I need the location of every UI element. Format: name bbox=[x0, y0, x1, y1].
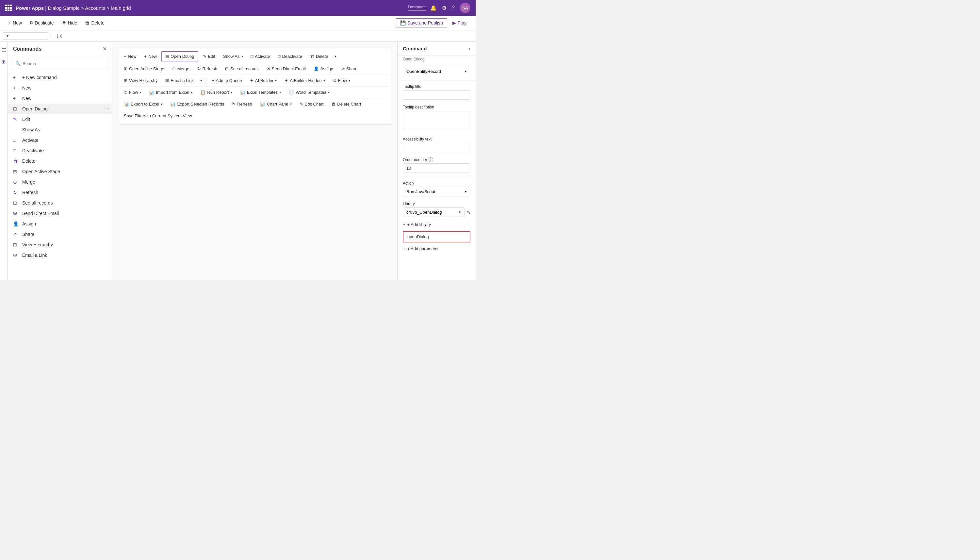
grid-edit-btn[interactable]: ✎ Edit bbox=[200, 52, 218, 61]
action-label: Action bbox=[403, 181, 471, 186]
row1-more-btn[interactable]: ▾ bbox=[333, 52, 338, 60]
info-icon[interactable]: i bbox=[429, 157, 433, 162]
grid-export-selected-btn[interactable]: 📊 Export Selected Records bbox=[167, 100, 227, 108]
grid-assign-btn[interactable]: 👤 Assign bbox=[310, 64, 336, 73]
open-entity-record-dropdown[interactable]: OpenEntityRecord ▾ bbox=[403, 67, 471, 76]
cmd-merge[interactable]: ⊕ Merge bbox=[8, 177, 112, 187]
grid-open-active-stage-btn[interactable]: ⊞ Open Active Stage bbox=[121, 64, 168, 73]
new-command-item[interactable]: + + New command bbox=[8, 72, 112, 83]
settings-icon[interactable]: ⚙ bbox=[442, 5, 446, 11]
cmd-new-2[interactable]: + New bbox=[8, 93, 112, 103]
nav-icons: 🔔 ⚙ ? SA bbox=[430, 3, 471, 13]
add-parameter-button[interactable]: + + Add parameter bbox=[398, 244, 476, 254]
order-number-section: Order number i bbox=[398, 155, 476, 175]
hide-icon: 👁 bbox=[62, 20, 66, 25]
delete-button[interactable]: 🗑 Delete bbox=[82, 18, 108, 27]
new-button[interactable]: + New bbox=[5, 18, 25, 27]
tooltip-desc-textarea[interactable] bbox=[403, 111, 471, 130]
search-input[interactable] bbox=[23, 61, 105, 66]
grid-email-link-btn[interactable]: ✉ Email a Link bbox=[162, 76, 197, 85]
grid-open-dialog-btn[interactable]: ⊞ Open Dialog bbox=[161, 51, 198, 62]
grid-view-hierarchy-btn[interactable]: ⊞ View Hierarchy bbox=[121, 76, 161, 85]
duplicate-button[interactable]: ⧉ Duplicate bbox=[27, 18, 57, 27]
left-sidebar: ☰ ⊞ bbox=[0, 42, 8, 280]
email-link-dropdown[interactable]: ▾ bbox=[198, 77, 204, 85]
avatar[interactable]: SA bbox=[460, 3, 471, 13]
cmd-share[interactable]: ↗ Share bbox=[8, 229, 112, 240]
formula-equals: ƒx bbox=[54, 33, 65, 39]
excel-templates-icon: 📊 bbox=[240, 90, 245, 95]
run-report-chevron-icon: ▾ bbox=[231, 90, 232, 94]
grid-edit-chart-btn[interactable]: ✎ Edit Chart bbox=[296, 100, 327, 108]
grid-merge-btn[interactable]: ⊕ Merge bbox=[169, 64, 193, 73]
merge-icon: ⊕ bbox=[172, 66, 176, 71]
grid-chart-pane-btn[interactable]: 📊 Chart Pane ▾ bbox=[257, 100, 295, 108]
function-name-box[interactable]: openDialog bbox=[403, 231, 471, 242]
cmd-new-1[interactable]: + New bbox=[8, 83, 112, 93]
grid-deactivate-btn[interactable]: □ Deactivate bbox=[275, 52, 305, 61]
grid-refresh-2-btn[interactable]: ↻ Refresh bbox=[229, 100, 255, 108]
formula-bar: ▼ ƒx bbox=[0, 30, 476, 42]
grid-new-btn-2[interactable]: + New bbox=[141, 52, 160, 61]
cmd-email-a-link[interactable]: ✉ Email a Link bbox=[8, 250, 112, 260]
grid-word-templates-btn[interactable]: 📄 Word Templates ▾ bbox=[286, 88, 333, 97]
add-library-button[interactable]: + + Add library bbox=[398, 220, 476, 230]
library-dropdown[interactable]: cr03b_OpenDialog ▾ bbox=[403, 207, 464, 217]
plus-icon-2: + bbox=[145, 54, 147, 59]
search-box: 🔍 bbox=[12, 59, 108, 68]
cmd-activate[interactable]: □ Activate bbox=[8, 135, 112, 145]
tooltip-title-input[interactable] bbox=[403, 90, 471, 100]
app-grid-icon[interactable] bbox=[5, 5, 12, 11]
word-chevron-icon: ▾ bbox=[328, 90, 329, 94]
grid-refresh-btn[interactable]: ↻ Refresh bbox=[194, 64, 221, 73]
queue-icon: + bbox=[212, 78, 214, 83]
grid-import-excel-btn[interactable]: 📊 Import from Excel ▾ bbox=[146, 88, 196, 97]
run-javascript-dropdown[interactable]: Run JavaScript ▾ bbox=[403, 187, 471, 197]
grid-delete-chart-btn[interactable]: 🗑 Delete Chart bbox=[328, 100, 364, 108]
help-icon[interactable]: ? bbox=[452, 5, 455, 11]
edit-chart-icon: ✎ bbox=[299, 102, 303, 107]
cmd-show-as[interactable]: Show As bbox=[8, 125, 112, 135]
formula-input[interactable] bbox=[67, 33, 473, 38]
accessibility-text-input[interactable] bbox=[403, 143, 471, 152]
order-number-input[interactable] bbox=[403, 163, 471, 173]
grid-activate-btn[interactable]: □ Activate bbox=[248, 52, 273, 61]
grid-excel-templates-btn[interactable]: 📊 Excel Templates ▾ bbox=[237, 88, 284, 97]
notification-icon[interactable]: 🔔 bbox=[430, 5, 437, 11]
edit-library-button[interactable]: ✎ bbox=[466, 210, 471, 215]
grid-run-report-btn[interactable]: 📋 Run Report ▾ bbox=[197, 88, 235, 97]
right-panel-title: Command bbox=[403, 46, 427, 51]
grid-save-filters-btn[interactable]: Save Filters to Current System View bbox=[121, 112, 195, 120]
close-commands-button[interactable]: ✕ bbox=[103, 46, 107, 52]
cmd-open-active-stage[interactable]: ⊞ Open Active Stage bbox=[8, 166, 112, 177]
grid-export-excel-btn[interactable]: 📊 Export to Excel ▾ bbox=[121, 100, 166, 108]
grid-see-all-records-btn[interactable]: ⊞ See all records bbox=[222, 64, 262, 73]
cmd-view-hierarchy[interactable]: ⊞ View Hierarchy bbox=[8, 240, 112, 250]
cmd-assign[interactable]: 👤 Assign bbox=[8, 218, 112, 229]
email-link-icon: ✉ bbox=[165, 78, 169, 83]
grid-flow-btn-1[interactable]: ↯ Flow ▾ bbox=[329, 76, 353, 85]
cmd-refresh[interactable]: ↻ Refresh bbox=[8, 187, 112, 198]
more-options-button[interactable]: ··· bbox=[105, 106, 110, 112]
formula-dropdown[interactable]: ▼ bbox=[3, 32, 48, 40]
grid-new-btn-1[interactable]: + New bbox=[121, 52, 140, 61]
hide-button[interactable]: 👁 Hide bbox=[58, 18, 81, 27]
cmd-edit[interactable]: ✎ Edit bbox=[8, 114, 112, 125]
cmd-delete[interactable]: 🗑 Delete bbox=[8, 156, 112, 166]
save-publish-button[interactable]: 💾 Save and Publish bbox=[396, 18, 447, 27]
cmd-see-all-records[interactable]: ⊞ See all records bbox=[8, 198, 112, 208]
grid-flow-btn-2[interactable]: ↯ Flow ▾ bbox=[121, 88, 145, 97]
grid-add-to-queue-btn[interactable]: + Add to Queue bbox=[208, 76, 245, 85]
cmd-open-dialog[interactable]: ⊞ Open Dialog ··· bbox=[8, 103, 112, 114]
cmd-deactivate[interactable]: □ Deactivate bbox=[8, 145, 112, 156]
grid-show-as-btn[interactable]: Show As ▾ bbox=[220, 52, 246, 61]
menu-icon[interactable]: ☰ bbox=[0, 45, 9, 56]
grid-aibuilder-hidden-btn[interactable]: ✦ AIBuilder Hidden ▾ bbox=[281, 76, 328, 85]
expand-panel-button[interactable]: › bbox=[469, 46, 471, 51]
grid-send-direct-email-btn[interactable]: ✉ Send Direct Email bbox=[263, 64, 309, 73]
grid-delete-btn[interactable]: 🗑 Delete bbox=[307, 52, 331, 61]
play-button[interactable]: ▶ Play bbox=[449, 18, 471, 27]
grid-share-btn[interactable]: ↗ Share bbox=[338, 64, 361, 73]
grid-ai-builder-btn[interactable]: ✦ AI Builder ▾ bbox=[246, 76, 280, 85]
cmd-send-direct-email[interactable]: ✉ Send Direct Email bbox=[8, 208, 112, 218]
